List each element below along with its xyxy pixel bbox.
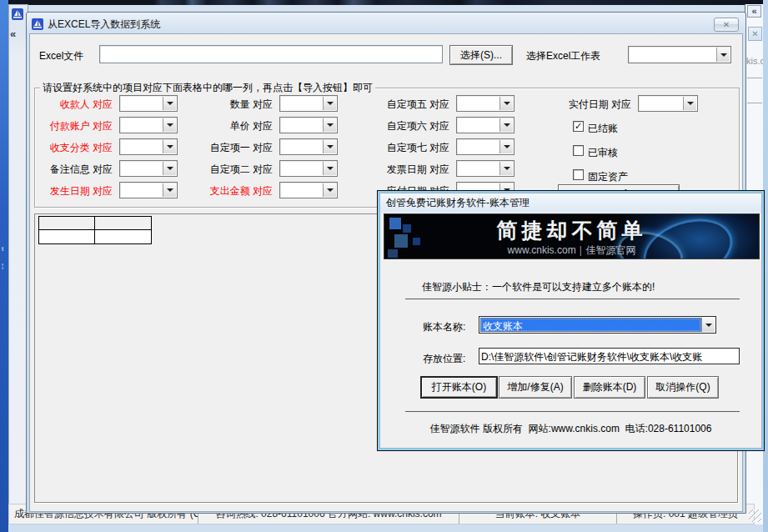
- left-border-mark: ¦: [2, 263, 3, 269]
- checkbox-2[interactable]: [573, 169, 584, 180]
- chevron-left-icon[interactable]: «: [747, 5, 761, 18]
- mapping-label-col1-1: 付款账户 对应: [13, 119, 113, 133]
- mapping-combo-col4[interactable]: [638, 95, 698, 112]
- close-button[interactable]: ✕: [714, 18, 739, 32]
- mapping-label-col3-2: 自定项七 对应: [349, 141, 449, 155]
- checkbox-1[interactable]: [573, 145, 584, 156]
- chevron-down-icon[interactable]: [499, 140, 513, 153]
- excel-file-input[interactable]: [99, 45, 443, 63]
- tip-text: 佳智源小贴士：一个软件是可以支持建立多个账本的!: [422, 280, 655, 294]
- mapping-label-col1-4: 发生日期 对应: [13, 184, 113, 198]
- checkbox-label-2: 固定资产: [588, 170, 628, 184]
- location-label: 存放位置:: [423, 352, 465, 366]
- mapping-combo-col3-3[interactable]: [456, 160, 515, 177]
- chevron-down-icon[interactable]: [499, 162, 513, 175]
- chevron-down-icon[interactable]: [716, 48, 730, 62]
- cancel-button[interactable]: 取消操作(Q): [647, 376, 719, 399]
- app-icon: [32, 18, 43, 30]
- divider: [405, 299, 740, 299]
- mapping-label-col2-4: 支出金额 对应: [173, 184, 273, 198]
- mapping-label-col3-1: 自定项六 对应: [349, 119, 449, 133]
- checkbox-label-1: 已审核: [588, 146, 618, 160]
- banner-subline: www.cnkis.com｜佳智源官网: [384, 243, 759, 258]
- book-name-selected-value: 收支账本: [480, 318, 701, 332]
- banner-headline: 简捷却不简单: [384, 217, 759, 244]
- mapping-combo-col2-3[interactable]: [279, 160, 338, 177]
- dialog-titlebar[interactable]: 从EXCEL导入数据到系统 ✕: [29, 15, 743, 33]
- divider: [747, 103, 762, 103]
- book-name-combobox[interactable]: 收支账本: [479, 316, 716, 334]
- app-icon: [12, 8, 23, 20]
- chevron-down-icon[interactable]: [323, 162, 336, 175]
- mapping-combo-col3-1[interactable]: [456, 117, 515, 133]
- excel-file-label: Excel文件: [39, 49, 83, 63]
- mapping-label-col2-3: 自定项二 对应: [173, 163, 273, 177]
- left-border-mark: t: [2, 246, 3, 253]
- delete-book-button[interactable]: 删除账本(D): [574, 376, 645, 399]
- mapping-combo-col1-2[interactable]: [119, 138, 178, 155]
- grid-data-cell[interactable]: [94, 229, 152, 244]
- mapping-combo-col2-1[interactable]: [279, 117, 338, 133]
- chevron-down-icon[interactable]: [701, 318, 715, 332]
- mapping-label-col2-1: 单价 对应: [173, 119, 273, 133]
- checkbox-0[interactable]: ✓: [573, 121, 584, 132]
- chevron-down-icon[interactable]: [499, 97, 513, 110]
- footer-copyright: 佳智源软件 版权所有 网站:www.cnkis.com 电话:028-61101…: [380, 422, 761, 436]
- select-file-button[interactable]: 选择(S)...: [449, 45, 513, 65]
- grid-header-cell: [94, 216, 152, 230]
- mapping-combo-col2-0[interactable]: [279, 95, 338, 112]
- grid-data-cell[interactable]: [38, 229, 95, 244]
- mapping-combo-col3-0[interactable]: [456, 95, 515, 112]
- mapping-label-col2-2: 自定项一 对应: [173, 141, 273, 155]
- mapping-group-title: 请设置好系统中的项目对应下面表格中的哪一列，再点击【导入按钮】即可: [40, 81, 375, 95]
- chevron-down-icon[interactable]: [323, 183, 336, 197]
- mapping-label-col1-0: 收款人 对应: [13, 98, 113, 112]
- mapping-combo-col2-2[interactable]: [279, 138, 338, 155]
- background-toolbar-sliver: [0, 0, 768, 5]
- checkbox-label-0: 已结账: [588, 122, 618, 136]
- chevron-down-icon[interactable]: [323, 97, 336, 110]
- mapping-label-col3-3: 发票日期 对应: [349, 163, 449, 177]
- window-left-border: t ¦: [0, 0, 8, 532]
- mapping-label-col1-2: 收支分类 对应: [13, 141, 113, 155]
- divider: [405, 411, 740, 412]
- mapping-combo-col1-0[interactable]: [119, 95, 178, 112]
- banner-image: 简捷却不简单 www.cnkis.com｜佳智源官网: [384, 213, 760, 259]
- mapping-combo-col3-2[interactable]: [456, 138, 515, 155]
- worksheet-combobox[interactable]: [628, 46, 731, 63]
- book-name-label: 账本名称:: [423, 320, 465, 334]
- divider: [747, 78, 762, 78]
- open-book-button[interactable]: 打开账本(O): [420, 376, 498, 399]
- account-book-dialog: 创管免费记账财务软件-账本管理 简捷却不简单 www.cnkis.com｜佳智源…: [377, 190, 765, 451]
- location-input[interactable]: D:\佳智源软件\创管记账财务软件\收支账本\收支账: [479, 348, 740, 364]
- chevron-down-icon[interactable]: [323, 140, 336, 153]
- dialog-title: 从EXCEL导入数据到系统: [48, 18, 160, 32]
- mapping-label-col1-3: 备注信息 对应: [13, 163, 113, 177]
- chevron-down-icon[interactable]: [323, 118, 336, 132]
- chevron-down-icon[interactable]: [683, 97, 696, 110]
- resize-grip[interactable]: [749, 509, 761, 522]
- mapping-combo-col1-3[interactable]: [119, 160, 178, 177]
- dialog-title: 创管免费记账财务软件-账本管理: [386, 196, 530, 210]
- close-icon[interactable]: ✕: [748, 27, 762, 41]
- window-bottom-border: [8, 524, 763, 532]
- chevron-left-icon[interactable]: «: [10, 28, 16, 40]
- mapping-combo-col1-4[interactable]: [119, 182, 178, 198]
- dialog-titlebar[interactable]: 创管免费记账财务软件-账本管理: [380, 193, 761, 212]
- add-repair-button[interactable]: 增加/修复(A): [499, 376, 572, 399]
- mapping-label-col2-0: 数量 对应: [173, 98, 273, 112]
- clipped-url-text: kis.c: [746, 56, 765, 66]
- mapping-combo-col1-1[interactable]: [119, 117, 178, 133]
- mapping-label-col3-0: 自定项五 对应: [349, 98, 449, 112]
- mapping-combo-col2-4[interactable]: [279, 182, 338, 198]
- worksheet-label: 选择Excel工作表: [526, 49, 600, 63]
- mapping-label-col4: 实付日期 对应: [540, 98, 631, 112]
- grid-header-cell: [38, 216, 95, 230]
- chevron-down-icon[interactable]: [499, 118, 513, 132]
